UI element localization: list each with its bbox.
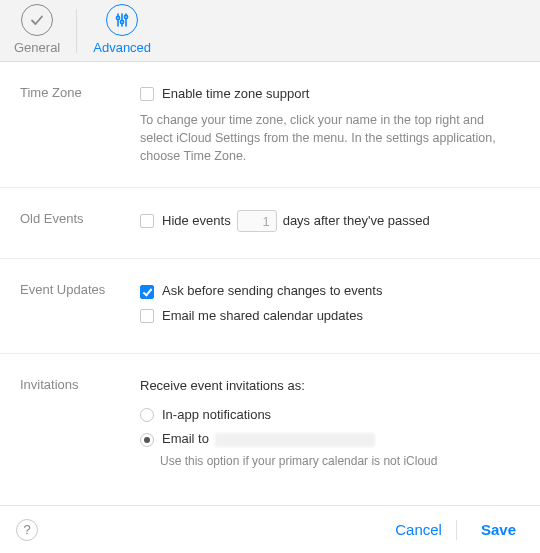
hide-events-checkbox[interactable] (140, 214, 154, 228)
tab-advanced-label: Advanced (93, 40, 151, 55)
svg-point-5 (125, 15, 128, 18)
enable-timezone-checkbox[interactable] (140, 87, 154, 101)
footer-divider (456, 520, 457, 540)
email-shared-updates-label: Email me shared calendar updates (162, 306, 363, 327)
hide-events-days-input[interactable] (237, 210, 277, 232)
tab-general-label: General (14, 40, 60, 55)
emailto-address (215, 433, 375, 447)
tab-advanced[interactable]: Advanced (83, 0, 161, 61)
settings-content: Time Zone Enable time zone support To ch… (0, 62, 540, 490)
sliders-icon (106, 4, 138, 36)
email-shared-updates-checkbox[interactable] (140, 309, 154, 323)
hide-events-suffix: days after they've passed (283, 211, 430, 232)
inapp-label: In-app notifications (162, 405, 271, 426)
svg-point-1 (117, 16, 120, 19)
emailto-radio[interactable] (140, 433, 154, 447)
help-icon: ? (23, 522, 30, 537)
cancel-button[interactable]: Cancel (387, 517, 450, 542)
section-label-updates: Event Updates (20, 281, 140, 331)
tab-bar: General Advanced (0, 0, 540, 62)
tab-general[interactable]: General (4, 0, 70, 61)
ask-before-sending-checkbox[interactable] (140, 285, 154, 299)
invitations-help: Use this option if your primary calendar… (160, 454, 520, 468)
help-button[interactable]: ? (16, 519, 38, 541)
section-invitations: Invitations Receive event invitations as… (0, 353, 540, 490)
enable-timezone-label: Enable time zone support (162, 84, 309, 105)
hide-events-prefix: Hide events (162, 211, 231, 232)
invitations-heading: Receive event invitations as: (140, 376, 305, 397)
section-oldevents: Old Events Hide events days after they'v… (0, 187, 540, 258)
ask-before-sending-label: Ask before sending changes to events (162, 281, 382, 302)
svg-point-3 (121, 20, 124, 23)
section-label-oldevents: Old Events (20, 210, 140, 236)
checkmark-icon (21, 4, 53, 36)
section-updates: Event Updates Ask before sending changes… (0, 258, 540, 353)
tab-divider (76, 9, 77, 53)
save-button[interactable]: Save (473, 517, 524, 542)
timezone-help: To change your time zone, click your nam… (140, 111, 520, 165)
footer: ? Cancel Save (0, 505, 540, 553)
section-label-invitations: Invitations (20, 376, 140, 468)
inapp-radio[interactable] (140, 408, 154, 422)
section-timezone: Time Zone Enable time zone support To ch… (0, 62, 540, 187)
emailto-label: Email to (162, 429, 209, 450)
section-label-timezone: Time Zone (20, 84, 140, 165)
